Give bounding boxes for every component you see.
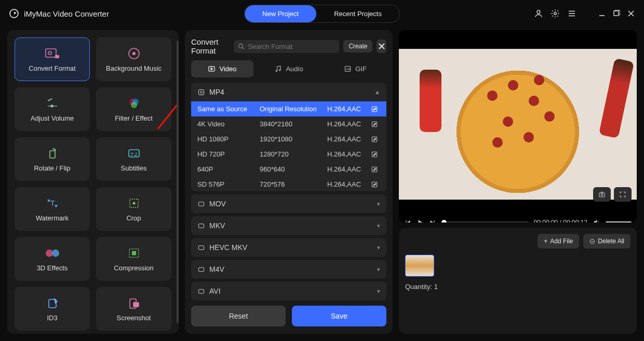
preset-resolution: 1920*1080 xyxy=(260,135,327,143)
compression-icon xyxy=(125,246,143,260)
edit-preset-icon[interactable] xyxy=(371,181,380,188)
format-name: MOV xyxy=(209,200,226,208)
preset-row[interactable]: SD 576P720*576H.264,AAC xyxy=(191,177,386,191)
preset-row[interactable]: HD 720P1280*720H.264,AAC xyxy=(191,147,386,162)
gif-icon: GIF xyxy=(344,65,352,73)
reset-button[interactable]: Reset xyxy=(191,306,286,326)
tool-subtitles[interactable]: Subtitles xyxy=(96,137,171,181)
window-close[interactable] xyxy=(627,10,635,17)
svg-point-17 xyxy=(46,250,53,257)
preset-codec: H.264,AAC xyxy=(327,165,371,173)
file-thumbnail[interactable] xyxy=(405,255,434,277)
volume-slider[interactable] xyxy=(606,221,632,223)
progress-bar[interactable] xyxy=(441,221,529,223)
format-group-mov[interactable]: MOV▾ xyxy=(191,194,386,213)
format-group-mp4[interactable]: MP4▲ xyxy=(191,83,386,101)
account-icon[interactable] xyxy=(534,9,543,18)
search-format[interactable] xyxy=(234,40,339,53)
edit-preset-icon[interactable] xyxy=(371,166,380,173)
tool-background-music[interactable]: Background Music xyxy=(96,37,171,81)
fullscreen-button[interactable] xyxy=(614,187,632,202)
tool-3d-effects[interactable]: 3D Effects xyxy=(15,237,90,281)
window-maximize[interactable] xyxy=(613,10,620,17)
next-button[interactable] xyxy=(429,219,436,223)
window-minimize[interactable] xyxy=(598,10,606,17)
format-group-avi[interactable]: AVI▾ xyxy=(191,282,386,300)
preset-codec: H.264,AAC xyxy=(327,150,371,158)
app-title: iMyMac Video Converter xyxy=(24,9,109,18)
svg-rect-45 xyxy=(599,193,605,197)
svg-point-7 xyxy=(132,52,136,55)
preset-resolution: 1280*720 xyxy=(260,150,327,158)
svg-point-16 xyxy=(133,202,135,204)
svg-point-0 xyxy=(537,10,540,14)
format-group-m4v[interactable]: M4V▾ xyxy=(191,260,386,279)
tab-recent-projects[interactable]: Recent Projects xyxy=(316,5,399,22)
project-tabs: New Project Recent Projects xyxy=(244,5,400,23)
convert-panel: Convert Format Create Video Audio GIF GI… xyxy=(185,30,393,334)
close-panel-button[interactable] xyxy=(377,40,386,53)
preset-name: 4K Video xyxy=(197,120,260,128)
play-button[interactable] xyxy=(417,219,424,223)
crop-icon xyxy=(125,196,143,210)
preset-row[interactable]: HD 1080P1920*1080H.264,AAC xyxy=(191,132,386,147)
filter-effect-icon xyxy=(125,97,143,110)
add-file-button[interactable]: +Add File xyxy=(538,234,579,248)
svg-rect-42 xyxy=(199,245,204,250)
svg-rect-13 xyxy=(129,150,139,157)
rotate-flip-icon xyxy=(44,147,61,160)
svg-rect-12 xyxy=(50,151,55,158)
preset-name: HD 720P xyxy=(197,150,260,158)
edit-preset-icon[interactable] xyxy=(371,151,380,158)
delete-all-button[interactable]: Delete All xyxy=(583,234,630,248)
settings-icon[interactable] xyxy=(551,9,560,18)
preset-codec: H.264,AAC xyxy=(327,180,371,188)
preset-codec: H.264,AAC xyxy=(327,135,371,143)
format-icon xyxy=(197,287,205,295)
edit-preset-icon[interactable] xyxy=(371,106,380,113)
preset-resolution: 3840*2160 xyxy=(260,120,327,128)
svg-point-1 xyxy=(554,12,557,15)
menu-icon[interactable] xyxy=(567,9,576,18)
preset-codec: H.264,AAC xyxy=(327,105,371,113)
tool-watermark[interactable]: TWatermark xyxy=(15,187,90,231)
format-group-mkv[interactable]: MKV▾ xyxy=(191,216,386,235)
adjust-volume-icon xyxy=(44,97,61,110)
format-name: HEVC MKV xyxy=(209,243,247,252)
tool-crop[interactable]: Crop xyxy=(96,187,171,231)
convert-title: Convert Format xyxy=(191,37,230,55)
tab-gif[interactable]: GIF GIF xyxy=(324,60,386,77)
tab-audio[interactable]: Audio xyxy=(258,60,320,77)
format-icon xyxy=(197,244,205,252)
tool-label: 3D Effects xyxy=(37,264,68,272)
tab-video[interactable]: Video xyxy=(191,60,253,77)
preset-row[interactable]: Same as SourceOriginal ResolutionH.264,A… xyxy=(191,101,386,116)
svg-rect-5 xyxy=(55,55,59,58)
tab-new-project[interactable]: New Project xyxy=(245,5,316,22)
tool-id3[interactable]: ID3 xyxy=(15,287,90,331)
svg-point-18 xyxy=(52,250,59,257)
preset-row[interactable]: 640P960*640H.264,AAC xyxy=(191,162,386,177)
create-button[interactable]: Create xyxy=(343,40,372,53)
tool-screenshot[interactable]: Screenshot xyxy=(96,287,171,331)
preset-name: HD 1080P xyxy=(197,135,260,143)
format-group-hevc-mkv[interactable]: HEVC MKV▾ xyxy=(191,238,386,257)
edit-preset-icon[interactable] xyxy=(371,121,380,128)
prev-button[interactable] xyxy=(404,219,411,223)
edit-preset-icon[interactable] xyxy=(371,136,380,143)
tool-adjust-volume[interactable]: Adjust Volume xyxy=(15,87,90,131)
save-button[interactable]: Save xyxy=(292,306,386,326)
search-input[interactable] xyxy=(248,43,335,50)
svg-rect-2 xyxy=(614,11,619,16)
svg-point-32 xyxy=(200,91,203,93)
svg-rect-20 xyxy=(132,251,136,255)
volume-icon[interactable] xyxy=(593,218,600,222)
snapshot-button[interactable] xyxy=(593,187,611,202)
preset-row[interactable]: 4K Video3840*2160H.264,AAC xyxy=(191,116,386,132)
tool-rotate-flip[interactable]: Rotate / Flip xyxy=(15,137,90,181)
tool-label: Convert Format xyxy=(29,64,75,72)
tool-filter-effect[interactable]: Filter / Effect xyxy=(96,87,171,131)
tool-convert-format[interactable]: Convert Format xyxy=(15,37,90,81)
subtitles-icon xyxy=(125,147,143,160)
tool-compression[interactable]: Compression xyxy=(96,237,171,281)
